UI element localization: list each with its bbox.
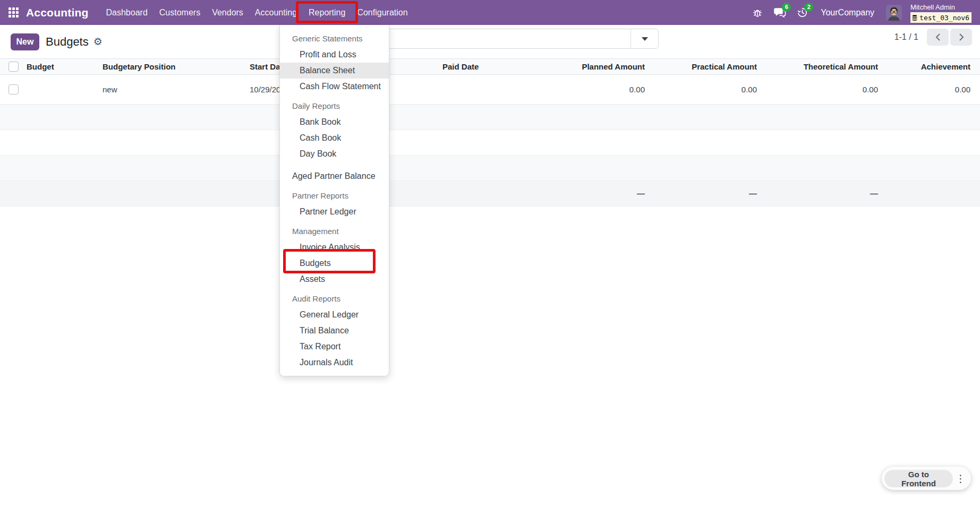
nav-item-vendors[interactable]: Vendors — [206, 0, 249, 25]
table-row[interactable]: new 10/29/20 0.00 0.00 0.00 0.00 — [0, 75, 980, 105]
column-header-planned-amount[interactable]: Planned Amount — [533, 62, 645, 71]
table-footer-row: — — — — [0, 181, 980, 207]
column-header-practical-amount[interactable]: Practical Amount — [645, 62, 757, 71]
row-checkbox[interactable] — [8, 84, 19, 94]
menu-item-balance-sheet[interactable]: Balance Sheet — [280, 63, 389, 79]
footer-practical-total: — — [645, 189, 757, 198]
column-header-theoretical-amount[interactable]: Theoretical Amount — [757, 62, 878, 71]
budgets-list-view: Budget Budgetary Position Start Date Pai… — [0, 58, 980, 207]
menu-item-cash-book[interactable]: Cash Book — [280, 130, 389, 146]
pager-previous-button[interactable] — [927, 29, 949, 46]
column-header-budgetary-position[interactable]: Budgetary Position — [103, 62, 250, 71]
cell-theoretical-amount: 0.00 — [757, 85, 878, 94]
user-name: Mitchell Admin — [910, 3, 972, 13]
chevron-right-icon — [958, 33, 965, 41]
app-name[interactable]: Accounting — [26, 6, 89, 19]
user-avatar[interactable] — [886, 5, 902, 21]
go-to-frontend-button[interactable]: Go to Frontend — [884, 470, 953, 487]
menu-item-general-ledger[interactable]: General Ledger — [280, 307, 389, 323]
nav-item-reporting[interactable]: Reporting — [303, 0, 351, 25]
menu-item-tax-report[interactable]: Tax Report — [280, 339, 389, 355]
nav-item-customers[interactable]: Customers — [154, 0, 206, 25]
activities-count-badge: 2 — [804, 3, 813, 12]
row-checkbox-cell — [0, 84, 27, 94]
menu-item-bank-book[interactable]: Bank Book — [280, 114, 389, 130]
database-icon — [911, 14, 918, 21]
table-header-row: Budget Budgetary Position Start Date Pai… — [0, 58, 980, 75]
select-all-checkbox-cell — [0, 62, 27, 72]
nav-item-accounting[interactable]: Accounting — [249, 0, 303, 25]
menu-item-aged-partner-balance[interactable]: Aged Partner Balance — [280, 168, 389, 184]
user-menu[interactable]: Mitchell Admin test_03_nov6 — [910, 3, 972, 23]
menu-item-partner-ledger[interactable]: Partner Ledger — [280, 204, 389, 220]
menu-item-cash-flow-statement[interactable]: Cash Flow Statement — [280, 79, 389, 94]
menu-item-trial-balance[interactable]: Trial Balance — [280, 323, 389, 339]
select-all-checkbox[interactable] — [8, 62, 19, 72]
menu-item-assets[interactable]: Assets — [280, 271, 389, 287]
top-navbar: Accounting Dashboard Customers Vendors A… — [0, 0, 980, 25]
odoo-accounting-screen: Accounting Dashboard Customers Vendors A… — [0, 0, 980, 516]
menu-item-journals-audit[interactable]: Journals Audit — [280, 355, 389, 371]
menu-item-day-book[interactable]: Day Book — [280, 146, 389, 162]
footer-planned-total: — — [533, 189, 645, 198]
main-menu: Dashboard Customers Vendors Accounting R… — [100, 0, 414, 25]
cell-planned-amount: 0.00 — [533, 85, 645, 94]
activities-clock-icon[interactable]: 2 — [793, 4, 811, 22]
navbar-right: 6 2 YourCompany — [748, 3, 972, 23]
database-badge: test_03_nov6 — [910, 13, 972, 23]
apps-grid-icon[interactable] — [8, 7, 19, 18]
column-header-budget[interactable]: Budget — [27, 62, 103, 71]
nav-item-dashboard[interactable]: Dashboard — [100, 0, 154, 25]
cell-budgetary-position: new — [103, 85, 250, 94]
caret-down-icon — [642, 37, 648, 41]
messages-icon[interactable]: 6 — [771, 4, 789, 22]
messages-count-badge: 6 — [782, 3, 791, 12]
pager-range: 1-1 / 1 — [894, 32, 918, 42]
empty-row — [0, 130, 980, 156]
menu-item-budgets[interactable]: Budgets — [280, 255, 389, 271]
search-dropdown-toggle[interactable] — [630, 29, 658, 48]
company-switcher[interactable]: YourCompany — [821, 8, 874, 18]
new-button[interactable]: New — [11, 33, 39, 50]
column-header-achievement[interactable]: Achievement — [878, 62, 980, 71]
nav-item-configuration[interactable]: Configuration — [351, 0, 413, 25]
menu-section-partner-reports: Partner Reports — [280, 188, 389, 204]
menu-item-profit-and-loss[interactable]: Profit and Loss — [280, 47, 389, 63]
ellipsis-menu-button[interactable]: ⋮ — [953, 470, 968, 487]
menu-item-invoice-analysis[interactable]: Invoice Analysis — [280, 239, 389, 255]
column-header-paid-date[interactable]: Paid Date — [404, 62, 533, 71]
bug-icon[interactable] — [748, 4, 766, 22]
gear-icon[interactable]: ⚙ — [93, 37, 103, 47]
menu-section-management: Management — [280, 223, 389, 239]
footer-theoretical-total: — — [757, 189, 878, 198]
reporting-dropdown-menu: Generic Statements Profit and Loss Balan… — [279, 25, 389, 376]
chevron-left-icon — [935, 33, 941, 41]
menu-section-daily-reports: Daily Reports — [280, 98, 389, 114]
cell-practical-amount: 0.00 — [645, 85, 757, 94]
frontend-widget: Go to Frontend ⋮ — [882, 467, 971, 490]
cell-achievement: 0.00 — [878, 85, 980, 94]
page-title: Budgets — [46, 35, 89, 49]
empty-row — [0, 105, 980, 130]
pager: 1-1 / 1 — [894, 29, 972, 46]
pager-next-button[interactable] — [950, 29, 972, 46]
menu-section-generic-statements: Generic Statements — [280, 31, 389, 47]
menu-section-audit-reports: Audit Reports — [280, 291, 389, 307]
empty-row — [0, 156, 980, 181]
